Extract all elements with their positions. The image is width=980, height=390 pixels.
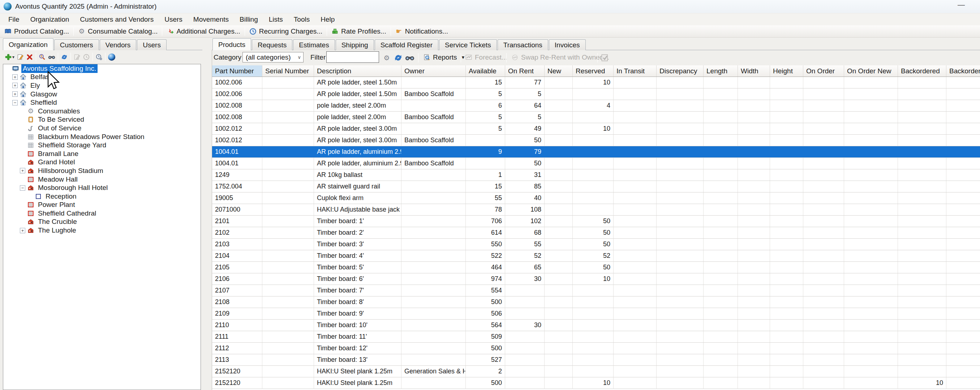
- user-search-button[interactable]: [38, 53, 47, 62]
- tree-item-consumables[interactable]: ⚙Consumables: [3, 107, 200, 116]
- tab-service-tickets[interactable]: Service Tickets: [439, 40, 497, 50]
- tab-organization[interactable]: Organization: [3, 38, 54, 50]
- table-row[interactable]: 2106Timber board: 6'9743010: [212, 273, 980, 285]
- tab-shipping[interactable]: Shipping: [336, 40, 374, 50]
- column-header-part-number[interactable]: Part Number: [212, 65, 262, 76]
- filter-input[interactable]: [326, 51, 379, 63]
- table-row[interactable]: 2101Timber board: 1'70610250: [212, 216, 980, 227]
- table-row[interactable]: 2152120HAKI:U Steel plank 1.25m5001010: [212, 377, 980, 389]
- tree-item-reception[interactable]: Reception: [3, 192, 200, 201]
- column-header-serial-number[interactable]: Serial Number: [262, 65, 314, 76]
- tree-item-sheffield-cathedral[interactable]: Sheffield Cathedral: [3, 209, 200, 218]
- menu-item-help[interactable]: Help: [315, 14, 340, 25]
- menu-item-lists[interactable]: Lists: [263, 14, 288, 25]
- tab-invoices[interactable]: Invoices: [549, 40, 586, 50]
- table-row[interactable]: 19005Cuplok flexi arm5540: [212, 192, 980, 204]
- tree-item-the-lughole[interactable]: +The Lughole: [3, 226, 200, 235]
- table-row[interactable]: 2110Timber board: 10'56430: [212, 320, 980, 331]
- table-row[interactable]: 2152120HAKI:U Steel plank 1.25mGeneratio…: [212, 366, 980, 377]
- tab-scaffold-register[interactable]: Scaffold Register: [375, 40, 438, 50]
- add-button[interactable]: ▾: [3, 53, 16, 62]
- tab-requests[interactable]: Requests: [252, 40, 292, 50]
- tree-item-belfast[interactable]: +Belfast: [3, 73, 200, 82]
- menu-item-file[interactable]: File: [3, 14, 25, 25]
- expand-icon[interactable]: +: [20, 168, 25, 173]
- menu-item-billing[interactable]: Billing: [234, 14, 263, 25]
- tree-item-ely[interactable]: +Ely: [3, 81, 200, 90]
- consumable-catalog-button[interactable]: ⚙Consumable Catalog...: [75, 26, 161, 36]
- column-header-discrepancy[interactable]: Discrepancy: [657, 65, 703, 76]
- tree-item-glasgow[interactable]: +Glasgow: [3, 90, 200, 98]
- tree-item-avontus-scaffolding-inc[interactable]: Avontus Scaffolding Inc.: [3, 64, 200, 73]
- table-row[interactable]: 2102Timber board: 2'6146850: [212, 227, 980, 239]
- table-row[interactable]: 1004.01AR pole ladder, aluminium 2.90mBa…: [212, 158, 980, 170]
- column-header-length[interactable]: Length: [703, 65, 738, 76]
- minimize-button[interactable]: —: [956, 1, 966, 10]
- tab-transactions[interactable]: Transactions: [498, 40, 548, 50]
- menu-item-customers-and-vendors[interactable]: Customers and Vendors: [75, 14, 159, 25]
- column-header-on-rent[interactable]: On Rent: [505, 65, 544, 76]
- rate-profiles-button[interactable]: Rate Profiles...: [328, 26, 389, 36]
- tree-item-meadow-hall[interactable]: Meadow Hall: [3, 175, 200, 184]
- product-catalog-button[interactable]: Product Catalog...: [2, 26, 72, 36]
- column-header-backordered[interactable]: Backordered: [947, 65, 980, 76]
- binoculars-button[interactable]: [47, 53, 56, 62]
- table-row[interactable]: 2112Timber board: 12'500: [212, 343, 980, 354]
- tree-item-power-plant[interactable]: Power Plant: [3, 201, 200, 209]
- column-header-new[interactable]: New: [544, 65, 573, 76]
- collapse-icon[interactable]: −: [12, 100, 18, 105]
- column-header-available[interactable]: Available: [466, 65, 505, 76]
- category-dropdown[interactable]: (all categories) ∨: [242, 52, 304, 62]
- column-header-width[interactable]: Width: [738, 65, 770, 76]
- expand-icon[interactable]: +: [12, 91, 18, 97]
- table-row[interactable]: 1002.008pole ladder, steel 2.00m6644: [212, 100, 980, 112]
- column-header-in-transit[interactable]: In Transit: [614, 65, 657, 76]
- recurring-charges-button[interactable]: Recurring Charges...: [247, 26, 325, 36]
- tree-item-sheffield-storage-yard[interactable]: Sheffield Storage Yard: [3, 141, 200, 149]
- refresh-icon[interactable]: [393, 53, 403, 62]
- collapse-icon[interactable]: −: [20, 185, 25, 191]
- table-row[interactable]: 2109Timber board: 9'506: [212, 308, 980, 320]
- tree-item-to-be-serviced[interactable]: To Be Serviced: [3, 116, 200, 124]
- tree-item-sheffield[interactable]: −Sheffield: [3, 98, 200, 107]
- additional-charges-button[interactable]: Additional Charges...: [164, 26, 243, 36]
- column-header-height[interactable]: Height: [770, 65, 803, 76]
- table-row[interactable]: 1004.01AR pole ladder, aluminium 2.90m97…: [212, 146, 980, 158]
- refresh-button[interactable]: [60, 53, 69, 62]
- column-header-on-order[interactable]: On Order: [803, 65, 844, 76]
- table-row[interactable]: 2105Timber board: 5'4646550: [212, 262, 980, 273]
- globe-button[interactable]: [107, 53, 116, 62]
- table-row[interactable]: 1002.006AR pole ladder, steel 1.50mBambo…: [212, 89, 980, 100]
- tree-item-bramall-lane[interactable]: Bramall Lane: [3, 149, 200, 158]
- table-row[interactable]: 1752.004AR stairwell guard rail1585: [212, 181, 980, 192]
- column-header-backordered[interactable]: Backordered: [898, 65, 947, 76]
- tree-item-the-crucible[interactable]: The Crucible: [3, 218, 200, 227]
- tree-item-grand-hotel[interactable]: Grand Hotel: [3, 158, 200, 167]
- tree-item-hillsborough-stadium[interactable]: +Hillsborough Stadium: [3, 166, 200, 175]
- tab-products[interactable]: Products: [213, 38, 251, 50]
- tab-customers[interactable]: Customers: [54, 40, 99, 50]
- table-row[interactable]: 2111Timber board: 11'509: [212, 331, 980, 343]
- table-row[interactable]: 2104Timber board: 4'5225252: [212, 250, 980, 262]
- menu-item-tools[interactable]: Tools: [288, 14, 315, 25]
- expand-icon[interactable]: +: [12, 75, 18, 80]
- table-row[interactable]: 1249AR 10kg ballast131: [212, 170, 980, 181]
- expand-icon[interactable]: +: [20, 228, 25, 233]
- column-header-on-order-new[interactable]: On Order New: [844, 65, 898, 76]
- table-row[interactable]: 1002.006AR pole ladder, steel 1.50m15771…: [212, 77, 980, 89]
- scheduler-button[interactable]: [94, 53, 104, 62]
- table-row[interactable]: 1002.012AR pole ladder, steel 3.00m54910: [212, 123, 980, 135]
- delete-button[interactable]: [25, 53, 34, 62]
- table-row[interactable]: 2071000HAKI:U Adjustable base jack78108: [212, 204, 980, 216]
- table-row[interactable]: 2108Timber board: 8'500: [212, 296, 980, 308]
- table-row[interactable]: 2113Timber board: 13'527: [212, 354, 980, 366]
- expand-icon[interactable]: +: [12, 83, 18, 88]
- table-row[interactable]: 1002.012AR pole ladder, steel 3.00mBambo…: [212, 135, 980, 146]
- edit-button[interactable]: [16, 53, 25, 62]
- tree-item-blackburn-meadows-power-station[interactable]: Blackburn Meadows Power Station: [3, 133, 200, 141]
- table-row[interactable]: 2103Timber board: 3'5505550: [212, 239, 980, 250]
- tab-users[interactable]: Users: [137, 40, 167, 50]
- menu-item-movements[interactable]: Movements: [188, 14, 234, 25]
- gears-icon[interactable]: ⚙: [382, 53, 391, 62]
- tab-estimates[interactable]: Estimates: [293, 40, 335, 50]
